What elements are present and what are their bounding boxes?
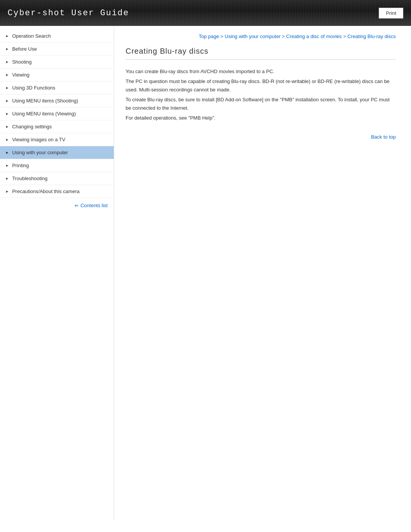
sidebar-item-8[interactable]: ►Viewing images on a TV: [0, 133, 114, 146]
content-paragraph-1: The PC in question must be capable of cr…: [126, 77, 396, 94]
sidebar-arrow-0: ►: [5, 34, 9, 38]
sidebar-item-6[interactable]: ►Using MENU items (Viewing): [0, 107, 114, 120]
contents-list-label: Contents list: [80, 203, 108, 208]
sidebar-item-5[interactable]: ►Using MENU items (Shooting): [0, 94, 114, 107]
sidebar-label-11: Troubleshooting: [12, 176, 48, 181]
breadcrumb-sep1: >: [219, 34, 225, 39]
sidebar-label-3: Viewing: [12, 72, 29, 78]
sidebar: ►Operation Search►Before Use►Shooting►Vi…: [0, 26, 114, 521]
breadcrumb-using-computer[interactable]: Using with your computer: [225, 34, 281, 39]
sidebar-label-8: Viewing images on a TV: [12, 137, 65, 142]
sidebar-label-7: Changing settings: [12, 124, 52, 129]
sidebar-arrow-9: ►: [5, 150, 9, 155]
print-button[interactable]: Print: [379, 8, 403, 19]
page-title: Creating Blu-ray discs: [126, 47, 396, 60]
sidebar-arrow-4: ►: [5, 86, 9, 90]
sidebar-item-3[interactable]: ►Viewing: [0, 69, 114, 81]
main-container: ►Operation Search►Before Use►Shooting►Vi…: [0, 26, 411, 521]
sidebar-item-0[interactable]: ►Operation Search: [0, 30, 114, 43]
content-paragraphs: You can create Blu-ray discs from AVCHD …: [126, 67, 396, 123]
breadcrumb-current: Creating Blu-ray discs: [347, 34, 396, 39]
sidebar-arrow-3: ►: [5, 73, 9, 77]
sidebar-arrow-8: ►: [5, 137, 9, 142]
sidebar-label-9: Using with your computer: [12, 150, 68, 155]
contents-list-link[interactable]: Contents list: [0, 198, 114, 213]
sidebar-label-12: Precautions/About this camera: [12, 189, 80, 194]
sidebar-arrow-6: ►: [5, 112, 9, 116]
sidebar-label-5: Using MENU items (Shooting): [12, 98, 78, 104]
breadcrumb-creating-disc[interactable]: Creating a disc of movies: [286, 34, 342, 39]
back-to-top[interactable]: Back to top: [126, 134, 396, 140]
breadcrumb-sep3: >: [342, 34, 347, 39]
sidebar-arrow-11: ►: [5, 176, 9, 181]
app-title: Cyber-shot User Guide: [8, 8, 129, 18]
sidebar-arrow-10: ►: [5, 163, 9, 168]
content-paragraph-3: For detailed operations, see "PMB Help".: [126, 114, 396, 122]
content-paragraph-0: You can create Blu-ray discs from AVCHD …: [126, 67, 396, 76]
back-to-top-link[interactable]: Back to top: [371, 134, 396, 140]
content-paragraph-2: To create Blu-ray discs, be sure to inst…: [126, 96, 396, 112]
sidebar-label-1: Before Use: [12, 46, 37, 52]
sidebar-item-10[interactable]: ►Printing: [0, 159, 114, 172]
sidebar-label-6: Using MENU items (Viewing): [12, 111, 76, 117]
sidebar-item-12[interactable]: ►Precautions/About this camera: [0, 185, 114, 198]
sidebar-arrow-1: ►: [5, 47, 9, 51]
sidebar-label-4: Using 3D Functions: [12, 85, 55, 91]
sidebar-label-2: Shooting: [12, 59, 32, 65]
content-area: Top page > Using with your computer > Cr…: [114, 26, 411, 521]
sidebar-arrow-5: ►: [5, 99, 9, 103]
sidebar-arrow-2: ►: [5, 60, 9, 64]
sidebar-item-9[interactable]: ►Using with your computer: [0, 146, 114, 159]
sidebar-arrow-12: ►: [5, 189, 9, 193]
sidebar-label-0: Operation Search: [12, 33, 51, 39]
sidebar-item-4[interactable]: ►Using 3D Functions: [0, 81, 114, 94]
sidebar-item-11[interactable]: ►Troubleshooting: [0, 172, 114, 185]
breadcrumb-top-page[interactable]: Top page: [199, 34, 219, 39]
sidebar-arrow-7: ►: [5, 125, 9, 129]
sidebar-item-2[interactable]: ►Shooting: [0, 56, 114, 69]
sidebar-label-10: Printing: [12, 163, 29, 168]
sidebar-item-1[interactable]: ►Before Use: [0, 43, 114, 56]
header: Cyber-shot User Guide Print: [0, 0, 411, 26]
breadcrumb-sep2: >: [280, 34, 286, 39]
breadcrumb: Top page > Using with your computer > Cr…: [126, 34, 396, 39]
sidebar-item-7[interactable]: ►Changing settings: [0, 120, 114, 133]
